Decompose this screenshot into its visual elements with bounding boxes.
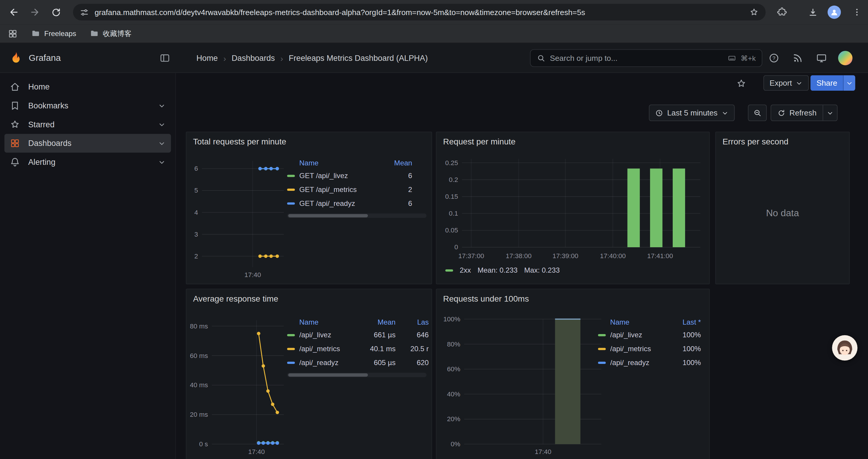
- chevron-down-icon[interactable]: [158, 158, 166, 166]
- series-last: 100%: [675, 358, 701, 366]
- series-name[interactable]: 2xx: [460, 266, 471, 274]
- browser-toolbar: [0, 0, 868, 24]
- panel-title[interactable]: Average response time: [193, 294, 278, 303]
- legend-row[interactable]: /api/_livez 100%: [598, 328, 706, 342]
- chevron-down-icon[interactable]: [158, 120, 166, 129]
- series-last: 620: [402, 358, 429, 366]
- series-swatch: [598, 334, 606, 336]
- legend-row[interactable]: GET /api/_metrics 2: [287, 183, 429, 196]
- breadcrumb-dashboards[interactable]: Dashboards: [231, 54, 275, 63]
- legend-col-name[interactable]: Name: [610, 318, 674, 326]
- forward-button[interactable]: [29, 6, 41, 18]
- bookmark-icon: [9, 100, 20, 111]
- address-bar[interactable]: [73, 4, 766, 21]
- bookmark-folder-freeleaps[interactable]: Freeleaps: [31, 29, 76, 38]
- apps-grid-icon[interactable]: [8, 28, 18, 38]
- panel-left-icon: [159, 53, 170, 64]
- sidebar-item-dashboards[interactable]: Dashboards: [4, 134, 171, 153]
- legend-col-mean[interactable]: Mean: [385, 158, 412, 167]
- refresh-button[interactable]: Refresh: [771, 105, 823, 121]
- search-input[interactable]: [550, 54, 723, 63]
- user-avatar[interactable]: [838, 51, 852, 65]
- search-bar[interactable]: ⌘+k: [530, 49, 762, 67]
- legend-row[interactable]: /api/_livez 661 µs 646: [287, 328, 429, 342]
- downloads-button[interactable]: [807, 6, 819, 18]
- grafana-logo[interactable]: [9, 51, 23, 65]
- chevron-down-icon[interactable]: [158, 139, 166, 147]
- legend-row[interactable]: /api/_readyz 605 µs 620: [287, 356, 429, 369]
- help-button[interactable]: ?: [769, 53, 779, 64]
- sidebar-item-bookmarks[interactable]: Bookmarks: [4, 96, 171, 115]
- url-input[interactable]: [95, 8, 743, 17]
- panel-title[interactable]: Requests under 100ms: [443, 294, 529, 303]
- avg-response-time-chart: 17:4080 ms60 ms40 ms20 ms0 s: [190, 314, 287, 459]
- extensions-button[interactable]: [776, 6, 788, 18]
- bookmark-folder-blogs[interactable]: 收藏博客: [90, 28, 131, 38]
- legend-table: Name Mean Las /api/_livez 661 µs 646 /ap…: [287, 316, 429, 369]
- svg-text:0.1: 0.1: [449, 210, 458, 217]
- reload-button[interactable]: [50, 6, 62, 18]
- time-range-picker[interactable]: Last 5 minutes: [649, 104, 735, 121]
- share-label: Share: [816, 78, 837, 88]
- svg-text:17:37:00: 17:37:00: [458, 252, 484, 260]
- scrollbar-thumb[interactable]: [288, 373, 368, 376]
- chevron-down-icon: [846, 79, 853, 87]
- breadcrumb-home[interactable]: Home: [196, 54, 218, 63]
- legend-row[interactable]: /api/_metrics 40.1 ms 20.5 r: [287, 342, 429, 356]
- bookmark-label: Freeleaps: [44, 29, 76, 37]
- site-info-icon[interactable]: [80, 7, 89, 17]
- panel-title[interactable]: Errors per second: [722, 137, 788, 146]
- sidebar-toggle-button[interactable]: [159, 53, 170, 64]
- star-icon: [9, 119, 20, 130]
- legend-col-last[interactable]: Last *: [675, 318, 701, 326]
- profile-avatar[interactable]: [828, 6, 841, 19]
- series-last: 646: [402, 331, 429, 339]
- svg-text:4: 4: [194, 209, 198, 216]
- favorite-dashboard-button[interactable]: [736, 78, 747, 89]
- series-last: 20.5 r: [402, 345, 429, 353]
- sidebar-nav: Home Bookmarks Starred Dashboards Alerti…: [0, 73, 176, 459]
- legend-scrollbar[interactable]: [287, 373, 427, 377]
- series-mean: 605 µs: [365, 358, 396, 366]
- zoom-out-time-button[interactable]: [748, 104, 767, 121]
- chevron-down-icon: [796, 79, 803, 87]
- legend-col-last[interactable]: Las: [402, 318, 429, 326]
- svg-text:0%: 0%: [451, 440, 460, 448]
- series-last: 100%: [675, 331, 701, 339]
- panel-title[interactable]: Total requests per minute: [193, 137, 286, 146]
- kiosk-mode-button[interactable]: [816, 53, 827, 64]
- browser-menu-button[interactable]: [851, 6, 863, 18]
- assistant-avatar-widget[interactable]: [832, 335, 857, 361]
- panel-errors-per-second: Errors per second No data: [715, 132, 850, 285]
- svg-text:17:40: 17:40: [248, 448, 265, 455]
- sidebar-item-alerting[interactable]: Alerting: [4, 153, 171, 172]
- sidebar-item-home[interactable]: Home: [4, 77, 171, 96]
- person-icon: [829, 7, 839, 17]
- sidebar-item-starred[interactable]: Starred: [4, 115, 171, 134]
- legend-scrollbar[interactable]: [287, 214, 427, 218]
- export-button[interactable]: Export: [764, 75, 809, 91]
- legend-row[interactable]: GET /api/_livez 6: [287, 169, 429, 183]
- share-menu-button[interactable]: [843, 75, 855, 91]
- svg-text:0.25: 0.25: [445, 159, 458, 167]
- legend-row[interactable]: /api/_metrics 100%: [598, 342, 706, 356]
- legend-col-mean[interactable]: Mean: [365, 318, 396, 326]
- reload-icon: [51, 7, 61, 18]
- legend-row[interactable]: /api/_readyz 100%: [598, 356, 706, 369]
- legend-row[interactable]: GET /api/_readyz 6: [287, 196, 429, 210]
- search-shortcut: ⌘+k: [741, 54, 756, 62]
- legend-col-name[interactable]: Name: [299, 158, 385, 167]
- back-button[interactable]: [8, 6, 20, 18]
- legend-col-name[interactable]: Name: [299, 318, 365, 326]
- panel-title[interactable]: Request per minute: [443, 137, 516, 146]
- chevron-down-icon[interactable]: [158, 102, 166, 110]
- bookmark-star-icon[interactable]: [749, 7, 759, 17]
- news-button[interactable]: [792, 53, 803, 64]
- svg-text:80%: 80%: [447, 340, 460, 348]
- scrollbar-thumb[interactable]: [288, 214, 368, 218]
- svg-text:20%: 20%: [447, 415, 460, 423]
- svg-text:3: 3: [194, 231, 198, 238]
- refresh-interval-button[interactable]: [823, 105, 837, 121]
- svg-text:17:40: 17:40: [244, 271, 261, 278]
- share-button[interactable]: Share: [810, 75, 843, 91]
